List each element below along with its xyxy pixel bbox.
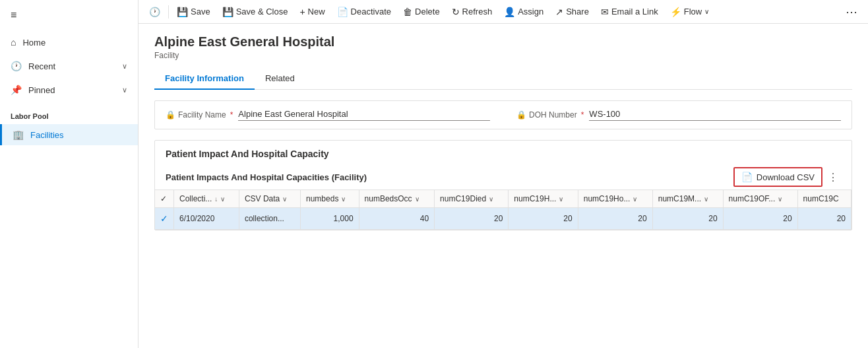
toolbar: 🕐 💾 Save 💾 Save & Close + New 📄 Deactiva… xyxy=(139,0,868,24)
pinned-icon: 📌 xyxy=(11,85,22,95)
recent-icon: 🕐 xyxy=(11,61,22,71)
row-numC19OF-cell: 20 xyxy=(723,208,797,230)
row-check-cell: ✓ xyxy=(155,208,174,230)
toolbar-divider xyxy=(168,5,169,18)
chevron-down-icon: ∨ xyxy=(489,195,493,203)
sidebar-item-recent[interactable]: 🕐 Recent ∨ xyxy=(0,54,138,78)
row-numC19c-cell: 20 xyxy=(797,208,851,230)
table-row[interactable]: ✓ 6/10/2020 collection... 1,000 40 20 20… xyxy=(155,208,852,230)
row-csvdata-cell: collection... xyxy=(239,208,300,230)
row-numbedsOcc-cell: 40 xyxy=(359,208,435,230)
chevron-down-icon: ∨ xyxy=(704,8,709,15)
col-csvdata-header[interactable]: CSV Data ∨ xyxy=(239,190,300,208)
deactivate-button[interactable]: 📄 Deactivate xyxy=(332,4,396,20)
sidebar-item-pinned[interactable]: 📌 Pinned ∨ xyxy=(0,78,138,102)
download-csv-label: Download CSV xyxy=(757,172,815,182)
history-button[interactable]: 🕐 xyxy=(144,4,166,20)
tab-facility-information[interactable]: Facility Information xyxy=(154,68,255,90)
chevron-down-icon: ∨ xyxy=(778,195,782,203)
row-numC19M-cell: 20 xyxy=(652,208,723,230)
save-close-icon: 💾 xyxy=(222,7,233,17)
refresh-label: Refresh xyxy=(462,7,493,17)
email-link-label: Email a Link xyxy=(611,7,658,17)
delete-button[interactable]: 🗑 Delete xyxy=(398,4,445,20)
facility-name-label: 🔒 Facility Name * xyxy=(166,110,233,120)
deactivate-label: Deactivate xyxy=(351,7,391,17)
save-close-button[interactable]: 💾 Save & Close xyxy=(217,4,294,20)
flow-label: Flow xyxy=(684,7,702,17)
check-icon: ✓ xyxy=(160,194,167,203)
email-link-button[interactable]: ✉ Email a Link xyxy=(596,4,664,20)
refresh-button[interactable]: ↻ Refresh xyxy=(447,4,498,20)
subgrid-more-button[interactable]: ⋮ xyxy=(825,171,841,184)
save-button[interactable]: 💾 Save xyxy=(171,4,216,20)
col-numbeds-header[interactable]: numbeds ∨ xyxy=(301,190,359,208)
sidebar-item-facilities[interactable]: 🏢 Facilities xyxy=(0,124,138,145)
chevron-down-icon: ∨ xyxy=(559,195,563,203)
col-numC19c-header[interactable]: numC19C xyxy=(797,190,851,208)
delete-icon: 🗑 xyxy=(403,7,412,17)
doh-number-label: 🔒 DOH Number * xyxy=(516,110,584,120)
row-numbeds-cell: 1,000 xyxy=(301,208,359,230)
assign-icon: 👤 xyxy=(504,7,515,17)
facility-name-value[interactable]: Alpine East General Hospital xyxy=(238,109,490,121)
row-numC19Ho-cell: 20 xyxy=(578,208,652,230)
sidebar-section-label: Labor Pool xyxy=(0,102,138,124)
col-numC19OF-header[interactable]: numC19OF... ∨ xyxy=(723,190,797,208)
save-close-label: Save & Close xyxy=(236,7,288,17)
more-options-button[interactable]: ⋯ xyxy=(840,2,863,22)
sidebar: ≡ ⌂ Home 🕐 Recent ∨ 📌 Pinned ∨ Labor Poo… xyxy=(0,0,139,348)
assign-button[interactable]: 👤 Assign xyxy=(499,4,549,20)
save-label: Save xyxy=(191,7,210,17)
sidebar-home-label: Home xyxy=(22,38,46,48)
row-numC19Died-cell: 20 xyxy=(435,208,509,230)
col-numC19Died-header[interactable]: numC19Died ∨ xyxy=(435,190,509,208)
csv-icon: 📄 xyxy=(741,172,753,182)
col-numC19M-header[interactable]: numC19M... ∨ xyxy=(652,190,723,208)
hamburger-menu[interactable]: ≡ xyxy=(0,0,138,30)
col-numbedsOcc-header[interactable]: numBedsOcc ∨ xyxy=(359,190,435,208)
field-section: 🔒 Facility Name * Alpine East General Ho… xyxy=(154,100,852,129)
share-button[interactable]: ↗ Share xyxy=(550,4,594,20)
delete-label: Delete xyxy=(415,7,440,17)
save-icon: 💾 xyxy=(177,7,188,17)
data-table: ✓ Collecti... ↓ ∨ CSV Da xyxy=(155,190,852,230)
col-numC19Ho-header[interactable]: numC19Ho... ∨ xyxy=(578,190,652,208)
record-title: Alpine East General Hospital xyxy=(154,34,852,50)
sidebar-pinned-label: Pinned xyxy=(28,85,55,95)
lock-icon: 🔒 xyxy=(516,110,526,120)
new-label: New xyxy=(308,7,325,17)
new-button[interactable]: + New xyxy=(294,4,330,20)
download-csv-button[interactable]: 📄 Download CSV xyxy=(733,167,822,187)
col-collecti-header[interactable]: Collecti... ↓ ∨ xyxy=(174,190,239,208)
chevron-down-icon: ∨ xyxy=(122,62,127,71)
new-icon: + xyxy=(299,7,305,17)
sidebar-item-home[interactable]: ⌂ Home xyxy=(0,30,138,54)
flow-button[interactable]: ⚡ Flow ∨ xyxy=(665,4,714,20)
col-check-header[interactable]: ✓ xyxy=(155,190,174,208)
refresh-icon: ↻ xyxy=(452,7,460,17)
tab-related[interactable]: Related xyxy=(255,68,305,90)
chevron-down-icon: ∨ xyxy=(220,195,225,203)
tab-bar: Facility Information Related xyxy=(154,68,852,90)
sort-icon: ↓ xyxy=(214,195,218,203)
home-icon: ⌂ xyxy=(11,37,16,48)
main-content: 🕐 💾 Save 💾 Save & Close + New 📄 Deactiva… xyxy=(139,0,868,348)
subgrid-toolbar: Patient Impacts And Hospital Capacities … xyxy=(155,164,852,190)
row-numC19H-cell: 20 xyxy=(509,208,578,230)
doh-number-value[interactable]: WS-100 xyxy=(589,109,841,121)
doh-number-field-group: 🔒 DOH Number * WS-100 xyxy=(516,109,841,121)
facility-name-field-group: 🔒 Facility Name * Alpine East General Ho… xyxy=(166,109,490,121)
flow-icon: ⚡ xyxy=(670,7,681,17)
lock-icon: 🔒 xyxy=(166,110,175,120)
sidebar-facilities-label: Facilities xyxy=(30,130,64,140)
subgrid-section: Patient Impact And Hospital Capacity Pat… xyxy=(154,140,852,230)
subgrid-label: Patient Impacts And Hospital Capacities … xyxy=(166,172,367,182)
chevron-down-icon: ∨ xyxy=(704,195,708,203)
chevron-down-icon: ∨ xyxy=(341,195,346,203)
table-header-row: ✓ Collecti... ↓ ∨ CSV Da xyxy=(155,190,852,208)
assign-label: Assign xyxy=(518,7,543,17)
content-area: Alpine East General Hospital Facility Fa… xyxy=(139,24,868,348)
col-numC19H-header[interactable]: numC19H... ∨ xyxy=(509,190,578,208)
chevron-down-icon: ∨ xyxy=(633,195,637,203)
